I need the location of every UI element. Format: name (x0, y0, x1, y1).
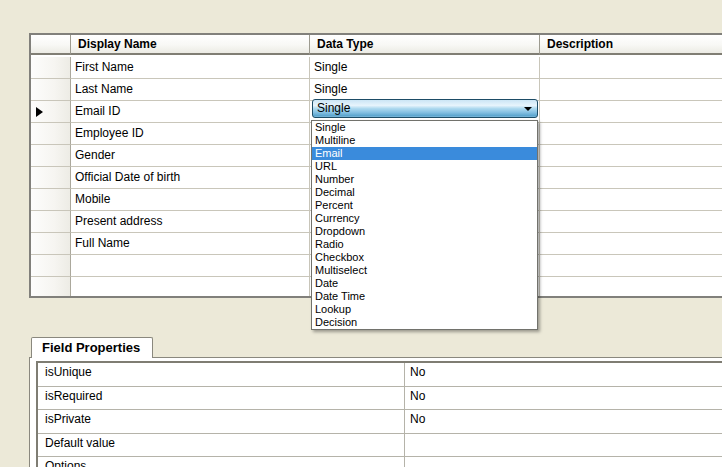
property-value[interactable]: No (405, 363, 722, 387)
row-header[interactable] (31, 233, 71, 255)
dropdown-item-dropdown[interactable]: Dropdown (312, 225, 537, 238)
property-value[interactable]: No (405, 387, 722, 411)
property-name: isPrivate (38, 410, 405, 434)
row-header[interactable] (31, 277, 71, 298)
cell-display-name[interactable]: Mobile (71, 189, 310, 211)
cell-data-type[interactable]: Single (310, 57, 540, 79)
cell-description[interactable] (540, 79, 722, 101)
row-header[interactable] (31, 145, 71, 167)
row-header[interactable] (31, 79, 71, 101)
cell-display-name[interactable] (71, 277, 310, 298)
property-row: Options (38, 457, 722, 467)
row-header[interactable] (31, 167, 71, 189)
grid-corner-header[interactable] (31, 35, 71, 55)
cell-description[interactable] (540, 101, 722, 123)
row-header[interactable] (31, 255, 71, 277)
dropdown-item-single[interactable]: Single (312, 121, 537, 134)
cell-description[interactable] (540, 57, 722, 79)
dropdown-item-multiselect[interactable]: Multiselect (312, 264, 537, 277)
tab-field-properties[interactable]: Field Properties (31, 337, 153, 358)
field-properties-table: isUnique No isRequired No isPrivate No D… (36, 361, 722, 467)
cell-display-name[interactable]: Present address (71, 211, 310, 233)
cell-display-name[interactable]: First Name (71, 57, 310, 79)
cell-display-name[interactable]: Full Name (71, 233, 310, 255)
row-header[interactable] (31, 101, 71, 123)
row-header[interactable] (31, 123, 71, 145)
dropdown-item-date[interactable]: Date (312, 277, 537, 290)
dropdown-item-percent[interactable]: Percent (312, 199, 537, 212)
property-name: Options (38, 457, 405, 467)
property-name: isUnique (38, 363, 405, 387)
data-type-dropdown-list: Single Multiline Email URL Number Decima… (311, 120, 538, 330)
dropdown-item-lookup[interactable]: Lookup (312, 303, 537, 316)
current-row-indicator-icon (36, 107, 43, 117)
property-row: isPrivate No (38, 410, 722, 434)
cell-description[interactable] (540, 277, 722, 298)
dropdown-arrow-icon[interactable] (524, 107, 532, 111)
cell-description[interactable] (540, 189, 722, 211)
cell-display-name[interactable]: Email ID (71, 101, 310, 123)
cell-description[interactable] (540, 233, 722, 255)
property-value[interactable] (405, 434, 722, 458)
column-header-description[interactable]: Description (540, 35, 722, 55)
property-name: isRequired (38, 387, 405, 411)
row-header[interactable] (31, 211, 71, 233)
property-row: isRequired No (38, 387, 722, 411)
data-type-combobox[interactable]: Single (312, 99, 538, 118)
cell-data-type[interactable]: Single (310, 79, 540, 101)
property-value[interactable]: No (405, 410, 722, 434)
dropdown-item-date-time[interactable]: Date Time (312, 290, 537, 303)
dropdown-item-decimal[interactable]: Decimal (312, 186, 537, 199)
dropdown-item-radio[interactable]: Radio (312, 238, 537, 251)
cell-display-name[interactable]: Gender (71, 145, 310, 167)
property-row: isUnique No (38, 363, 722, 387)
column-header-display-name[interactable]: Display Name (71, 35, 310, 55)
field-designer-window: Display Name Data Type Description First… (0, 0, 722, 467)
cell-display-name[interactable]: Last Name (71, 79, 310, 101)
property-row: Default value (38, 434, 722, 458)
dropdown-item-decision[interactable]: Decision (312, 316, 537, 329)
cell-description[interactable] (540, 145, 722, 167)
cell-display-name[interactable]: Official Date of birth (71, 167, 310, 189)
cell-description[interactable] (540, 211, 722, 233)
dropdown-item-url[interactable]: URL (312, 160, 537, 173)
cell-description[interactable] (540, 255, 722, 277)
row-header[interactable] (31, 57, 71, 79)
cell-description[interactable] (540, 123, 722, 145)
dropdown-item-multiline[interactable]: Multiline (312, 134, 537, 147)
dropdown-item-currency[interactable]: Currency (312, 212, 537, 225)
combobox-value: Single (317, 101, 350, 115)
cell-display-name[interactable]: Employee ID (71, 123, 310, 145)
cell-description[interactable] (540, 167, 722, 189)
dropdown-item-checkbox[interactable]: Checkbox (312, 251, 537, 264)
property-value[interactable] (405, 457, 722, 467)
dropdown-item-number[interactable]: Number (312, 173, 537, 186)
cell-display-name[interactable] (71, 255, 310, 277)
column-header-data-type[interactable]: Data Type (310, 35, 540, 55)
row-header[interactable] (31, 189, 71, 211)
property-name: Default value (38, 434, 405, 458)
dropdown-item-email[interactable]: Email (312, 147, 537, 160)
